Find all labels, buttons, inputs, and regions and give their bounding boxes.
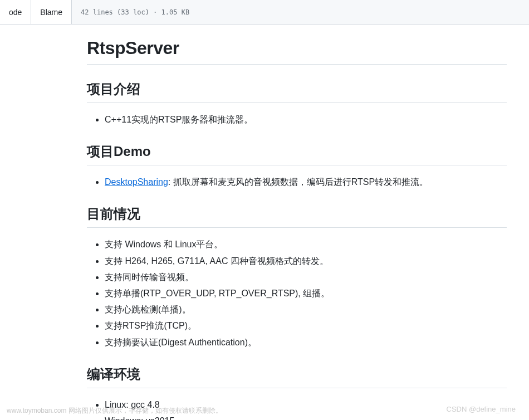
section-heading-build: 编译环境	[87, 365, 507, 388]
list-item: DesktopSharing: 抓取屏幕和麦克风的音视频数据，编码后进行RTSP…	[105, 174, 507, 189]
list-item: 支持心跳检测(单播)。	[105, 302, 507, 317]
list-item-text: : 抓取屏幕和麦克风的音视频数据，编码后进行RTSP转发和推流。	[168, 177, 428, 187]
watermark-right: CSDN @define_mine	[447, 405, 516, 413]
list-item: 支持摘要认证(Digest Authentication)。	[105, 335, 507, 350]
file-info-text: 42 lines (33 loc) · 1.05 KB	[72, 8, 189, 16]
list-status: 支持 Windows 和 Linux平台。 支持 H264, H265, G71…	[87, 237, 507, 349]
list-intro: C++11实现的RTSP服务器和推流器。	[87, 112, 507, 127]
section-heading-status: 目前情况	[87, 205, 507, 228]
readme-content: RtspServer 项目介绍 C++11实现的RTSP服务器和推流器。 项目D…	[0, 25, 529, 420]
section-heading-intro: 项目介绍	[87, 80, 507, 103]
list-item: 支持 Windows 和 Linux平台。	[105, 237, 507, 252]
list-item: C++11实现的RTSP服务器和推流器。	[105, 112, 507, 127]
list-demo: DesktopSharing: 抓取屏幕和麦克风的音视频数据，编码后进行RTSP…	[87, 174, 507, 189]
list-item: 支持 H264, H265, G711A, AAC 四种音视频格式的转发。	[105, 253, 507, 268]
tab-code[interactable]: ode	[0, 0, 31, 24]
list-item: 支持单播(RTP_OVER_UDP, RTP_OVER_RTSP), 组播。	[105, 286, 507, 301]
link-desktop-sharing[interactable]: DesktopSharing	[105, 177, 168, 187]
list-item: 支持同时传输音视频。	[105, 270, 507, 285]
watermark-left: www.toymoban.com 网络图片仅供展示，非存储，如有侵权请联系删除。	[7, 406, 222, 416]
list-item: 支持RTSP推流(TCP)。	[105, 318, 507, 333]
page-title: RtspServer	[87, 38, 507, 65]
tab-blame[interactable]: Blame	[31, 0, 72, 24]
file-toolbar: ode Blame 42 lines (33 loc) · 1.05 KB	[0, 0, 529, 25]
section-heading-demo: 项目Demo	[87, 143, 507, 165]
